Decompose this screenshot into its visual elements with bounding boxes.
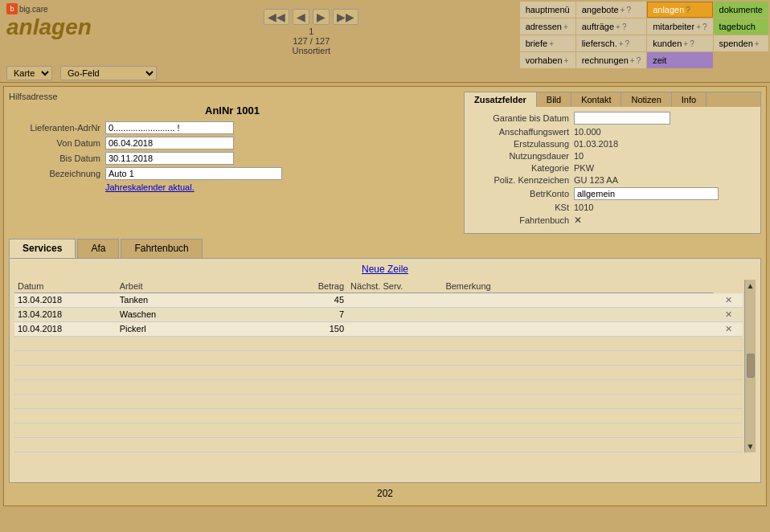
arbeit-input[interactable] xyxy=(120,295,276,305)
delete-row-button[interactable]: ✕ xyxy=(723,295,734,305)
menu-hauptmenu[interactable]: hauptmenü xyxy=(520,2,575,18)
menu-anlagen[interactable]: anlagen ? xyxy=(647,2,712,18)
empty-cell xyxy=(14,336,117,350)
auftraege-plus[interactable]: + xyxy=(616,23,621,31)
empty-cell xyxy=(442,408,714,423)
empty-cell xyxy=(117,437,280,452)
bemerkung-input[interactable] xyxy=(445,295,711,305)
kunden-q[interactable]: ? xyxy=(690,39,694,48)
cell-delete: ✕ xyxy=(714,293,743,308)
mitarbeiter-q[interactable]: ? xyxy=(702,23,707,31)
cell-bemerkung xyxy=(442,307,714,321)
anschaffung-label: Anschaffungswert xyxy=(469,127,574,137)
angebote-plus[interactable]: + xyxy=(621,6,625,14)
empty-cell xyxy=(280,437,348,452)
menu-angebote[interactable]: angebote +? xyxy=(576,2,647,18)
anschaffung-row: Anschaffungswert 10.000 xyxy=(469,127,756,137)
scrollbar[interactable]: ▲ ▼ xyxy=(744,280,756,452)
empty-cell xyxy=(280,350,348,365)
scroll-thumb[interactable] xyxy=(747,354,755,378)
tab-info[interactable]: Info xyxy=(672,92,707,107)
go-feld-select[interactable]: Go-Feld xyxy=(60,66,157,80)
auftraege-q[interactable]: ? xyxy=(622,23,627,31)
bemerkung-input[interactable] xyxy=(445,309,711,319)
cell-arbeit xyxy=(117,321,280,336)
arbeit-input[interactable] xyxy=(120,324,276,334)
main-content: Hilfsadresse AnlNr 1001 Lieferanten-AdrN… xyxy=(3,86,767,506)
tab-notizen[interactable]: Notizen xyxy=(621,92,671,107)
liefersch-plus[interactable]: + xyxy=(619,39,624,48)
naechst-input[interactable] xyxy=(350,295,439,305)
kunden-plus[interactable]: + xyxy=(683,39,688,48)
briefe-plus[interactable]: + xyxy=(549,39,554,48)
betrkonto-label: BetrKonto xyxy=(469,189,574,198)
nav-record-info: 1 127 / 127 Unsortiert xyxy=(292,27,330,55)
rechnungen-q[interactable]: ? xyxy=(637,56,641,65)
liefersch-q[interactable]: ? xyxy=(625,39,630,48)
naechst-input[interactable] xyxy=(350,324,439,334)
nav-prev-button[interactable]: ◀ xyxy=(293,9,309,25)
von-datum-input[interactable] xyxy=(105,137,234,149)
nav-last-button[interactable]: ▶▶ xyxy=(333,9,358,25)
rechnungen-plus[interactable]: + xyxy=(630,56,635,65)
empty-cell xyxy=(347,350,442,365)
menu-briefe[interactable]: briefe + xyxy=(520,35,575,51)
bezeichnung-input[interactable] xyxy=(105,167,282,180)
delete-row-button[interactable]: ✕ xyxy=(723,324,734,334)
lieferanten-row: Lieferanten-AdrNr xyxy=(9,121,456,134)
garantie-input[interactable] xyxy=(574,112,670,125)
karte-select[interactable]: Karte xyxy=(6,66,52,80)
menu-tagebuch[interactable]: tagebuch xyxy=(714,18,768,35)
scroll-down-icon[interactable]: ▼ xyxy=(747,442,755,451)
empty-cell xyxy=(280,423,348,437)
angebote-q[interactable]: ? xyxy=(626,6,631,14)
tab-kontakt[interactable]: Kontakt xyxy=(571,92,621,107)
scroll-up-icon[interactable]: ▲ xyxy=(747,281,755,290)
tab-zusatzfelder[interactable]: Zusatzfelder xyxy=(465,92,537,107)
tab-services[interactable]: Services xyxy=(9,239,76,258)
arbeit-input[interactable] xyxy=(120,309,276,319)
empty-cell xyxy=(442,350,714,365)
vorhaben-plus[interactable]: + xyxy=(564,56,569,65)
delete-row-button[interactable]: ✕ xyxy=(723,309,734,319)
empty-cell xyxy=(117,336,280,350)
mitarbeiter-plus[interactable]: + xyxy=(696,23,701,31)
menu-liefersch[interactable]: liefersch. +? xyxy=(576,35,647,51)
nutzungsdauer-value: 10 xyxy=(574,151,584,161)
menu-zeit[interactable]: zeit xyxy=(647,52,712,68)
kategorie-row: Kategorie PKW xyxy=(469,163,756,173)
tab-afa[interactable]: Afa xyxy=(77,239,119,258)
anlagen-q[interactable]: ? xyxy=(686,6,690,14)
top-nav: b big.care anlagen ◀◀ ◀ ▶ ▶▶ 1 127 / 127… xyxy=(0,0,770,64)
lieferanten-input[interactable] xyxy=(105,121,234,134)
nav-first-button[interactable]: ◀◀ xyxy=(264,9,289,25)
spenden-plus[interactable]: + xyxy=(755,39,760,48)
tab-fahrtenbuch[interactable]: Fahrtenbuch xyxy=(121,239,202,258)
menu-mitarbeiter[interactable]: mitarbeiter +? xyxy=(647,18,712,35)
menu-vorhaben[interactable]: vorhaben + xyxy=(520,52,575,68)
empty-cell xyxy=(280,408,348,423)
bis-datum-input[interactable] xyxy=(105,152,234,165)
naechst-input[interactable] xyxy=(350,309,439,319)
menu-adressen[interactable]: adressen + xyxy=(520,18,575,35)
menu-auftraege[interactable]: aufträge +? xyxy=(576,18,647,35)
menu-dokumente[interactable]: dokumente xyxy=(714,2,768,18)
tab-bild[interactable]: Bild xyxy=(537,92,571,107)
cell-delete: ✕ xyxy=(714,307,743,321)
erstzulassung-value: 01.03.2018 xyxy=(574,139,618,149)
form-left: Hilfsadresse AnlNr 1001 Lieferanten-AdrN… xyxy=(9,92,456,234)
menu-rechnungen[interactable]: rechnungen +? xyxy=(576,52,647,68)
tabs-section: Services Afa Fahrtenbuch Neue Zeile Datu… xyxy=(9,239,761,483)
jahreskalender-link[interactable]: Jahreskalender aktual. xyxy=(105,182,456,192)
fahrtenbuch-checkbox[interactable]: ✕ xyxy=(574,215,582,226)
nav-next-button[interactable]: ▶ xyxy=(313,9,330,25)
neue-zeile-link[interactable]: Neue Zeile xyxy=(362,264,408,275)
tab-content-inner: Datum Arbeit Betrag Nächst. Serv. Bemerk… xyxy=(14,280,756,452)
col-header-arbeit: Arbeit xyxy=(117,280,280,293)
bemerkung-input[interactable] xyxy=(445,324,711,334)
adressen-plus[interactable]: + xyxy=(563,23,568,31)
empty-cell xyxy=(14,365,117,379)
menu-kunden[interactable]: kunden +? xyxy=(647,35,712,51)
menu-spenden[interactable]: spenden + xyxy=(714,35,768,51)
betrkonto-input[interactable] xyxy=(574,187,719,200)
